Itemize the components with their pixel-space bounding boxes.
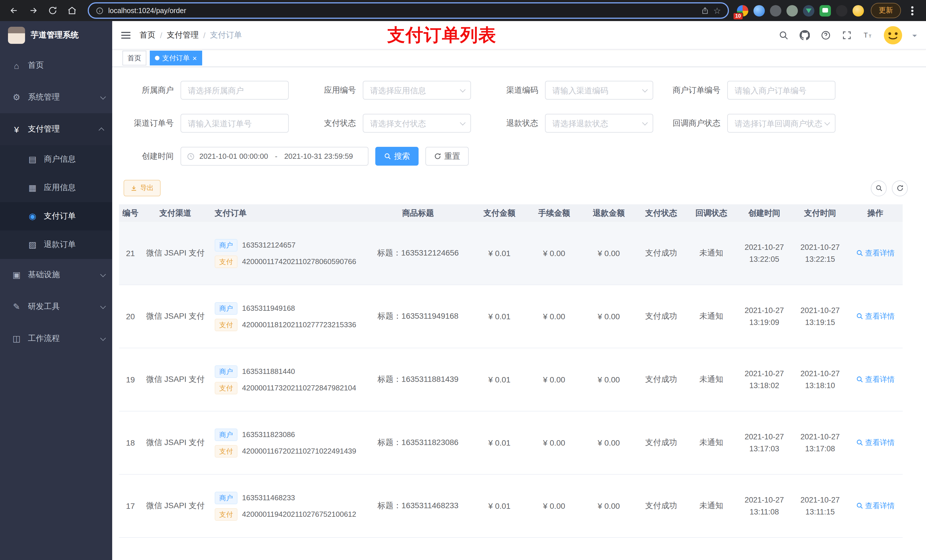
app-shell: 芋道管理系统 ⌂ 首页 ⚙ 系统管理 ¥ 支付管理 ▤ 商户信息 <box>0 21 926 560</box>
cell-pay-order: 商户1635311823086 支付4200001167202110271022… <box>209 424 364 461</box>
breadcrumb-home[interactable]: 首页 <box>139 30 156 40</box>
sidebar-item-workflow[interactable]: ◫ 工作流程 <box>0 323 112 355</box>
extension-icon-green-grey[interactable] <box>787 5 798 16</box>
sidebar-item-system[interactable]: ⚙ 系统管理 <box>0 82 112 113</box>
column-actions: 操作 <box>848 208 903 218</box>
cell-id: 20 <box>119 312 142 321</box>
sidebar-toggle-icon[interactable] <box>112 21 139 49</box>
tab-close-icon[interactable]: × <box>192 54 197 62</box>
merchant-order-no: 1635312124657 <box>242 241 295 249</box>
filter-row-3: 创建时间 2021-10-01 00:00:00 - 2021-10-31 23… <box>119 147 919 166</box>
filter-merchant-order-no: 商户订单编号 <box>670 81 835 100</box>
sidebar-item-app-info[interactable]: ▦ 应用信息 <box>0 174 112 202</box>
pay-order-no: 4200001194202110276752100612 <box>242 510 356 518</box>
tags-view: 首页 支付订单 × <box>112 50 926 67</box>
cell-pay-order: 商户1635311517036 <box>209 557 364 560</box>
pay-tag: 支付 <box>215 445 238 457</box>
cell-actions: 查看详情 <box>848 438 903 448</box>
extension-icon-chat[interactable] <box>820 5 831 16</box>
callback-status-select[interactable] <box>727 114 835 133</box>
refund-status-select[interactable] <box>545 114 653 133</box>
cell-id: 21 <box>119 249 142 258</box>
extensions-puzzle-icon[interactable] <box>836 5 847 16</box>
clock-icon <box>187 152 195 160</box>
filter-label: 渠道编码 <box>488 85 538 95</box>
channel-order-no-input[interactable] <box>180 114 289 133</box>
tab-label: 支付订单 <box>162 51 190 65</box>
app-no-select[interactable] <box>363 81 471 100</box>
tab-pay-order[interactable]: 支付订单 × <box>150 51 202 65</box>
create-time-range-picker[interactable]: 2021-10-01 00:00:00 - 2021-10-31 23:59:5… <box>180 147 368 166</box>
sidebar-item-dev-tools[interactable]: ✎ 研发工具 <box>0 291 112 323</box>
chrome-update-button[interactable]: 更新 <box>871 3 901 18</box>
breadcrumb-current: 支付订单 <box>210 30 242 40</box>
font-size-icon[interactable]: TT <box>862 29 874 41</box>
sidebar-item-label: 基础设施 <box>28 270 60 280</box>
cell-channel: 微信 JSAPI 支付 <box>142 248 209 258</box>
date-separator: - <box>275 152 277 160</box>
sidebar-item-refund-order[interactable]: ▨ 退款订单 <box>0 231 112 259</box>
merchant-order-no: 1635311949168 <box>242 304 295 312</box>
avatar-caret-icon[interactable] <box>912 35 917 39</box>
view-detail-link[interactable]: 查看详情 <box>856 438 895 448</box>
github-icon[interactable] <box>799 29 810 41</box>
view-detail-link[interactable]: 查看详情 <box>856 311 895 322</box>
view-detail-link[interactable]: 查看详情 <box>856 374 895 385</box>
help-icon[interactable] <box>820 29 831 41</box>
extension-icon-colorful[interactable]: 10 <box>737 5 748 16</box>
sidebar-item-merchant-info[interactable]: ▤ 商户信息 <box>0 145 112 174</box>
sidebar-item-pay-order[interactable]: ◉ 支付订单 <box>0 202 112 231</box>
filter-label: 回调商户状态 <box>670 118 720 128</box>
extensions-area: 10 <box>737 5 864 16</box>
browser-home-icon[interactable] <box>64 3 80 18</box>
tab-home[interactable]: 首页 <box>123 51 146 65</box>
grid-icon: ▦ <box>27 183 38 193</box>
breadcrumb-pay[interactable]: 支付管理 <box>167 30 199 40</box>
merchant-order-no: 1635311823086 <box>242 430 295 439</box>
owner-merchant-input[interactable] <box>180 81 289 100</box>
sidebar-item-home[interactable]: ⌂ 首页 <box>0 50 112 82</box>
sidebar-item-label: 商户信息 <box>44 154 76 165</box>
browser-back-icon[interactable] <box>6 3 22 18</box>
browser-reload-icon[interactable] <box>44 3 61 18</box>
column-fee: 手续金额 <box>527 208 581 218</box>
filter-label: 商户订单编号 <box>670 85 720 95</box>
bookmark-star-icon[interactable]: ☆ <box>713 6 721 15</box>
column-status: 支付状态 <box>636 208 686 218</box>
export-button[interactable]: 导出 <box>124 180 160 196</box>
site-info-icon[interactable] <box>96 6 104 15</box>
user-avatar[interactable] <box>883 25 903 45</box>
table-settings <box>871 180 908 196</box>
reset-button[interactable]: 重置 <box>425 147 469 166</box>
filter-label: 创建时间 <box>124 151 174 162</box>
view-detail-link[interactable]: 查看详情 <box>856 248 895 258</box>
address-bar[interactable]: localhost:1024/pay/order ☆ <box>88 2 729 19</box>
cell-id: 17 <box>119 501 142 510</box>
view-detail-link[interactable]: 查看详情 <box>856 501 895 511</box>
search-button[interactable]: 搜索 <box>375 147 419 166</box>
browser-profile-avatar[interactable] <box>853 5 864 16</box>
sidebar-item-pay[interactable]: ¥ 支付管理 <box>0 113 112 145</box>
channel-code-select[interactable] <box>545 81 653 100</box>
pay-tag: 支付 <box>215 255 238 268</box>
browser-forward-icon[interactable] <box>25 3 41 18</box>
sidebar-item-label: 支付管理 <box>28 124 60 134</box>
refresh-table-icon[interactable] <box>892 180 908 196</box>
sidebar-item-infra[interactable]: ▣ 基础设施 <box>0 259 112 291</box>
extension-icon-grey[interactable] <box>770 5 781 16</box>
cell-amount: ¥ 0.01 <box>472 249 527 258</box>
pay-status-select[interactable] <box>363 114 471 133</box>
sidebar-item-label: 支付订单 <box>44 211 76 221</box>
cell-status: 支付成功 <box>636 374 686 385</box>
share-icon[interactable] <box>701 6 709 15</box>
fullscreen-icon[interactable] <box>841 29 853 41</box>
browser-menu-icon[interactable] <box>904 3 920 18</box>
workflow-icon: ◫ <box>11 334 22 344</box>
merchant-order-no-input[interactable] <box>727 81 835 100</box>
extension-icon-blue[interactable] <box>754 5 765 16</box>
search-icon[interactable] <box>778 29 789 41</box>
cell-fee: ¥ 0.00 <box>527 501 581 510</box>
vue-devtools-icon[interactable] <box>803 5 814 16</box>
toggle-search-icon[interactable] <box>871 180 887 196</box>
cell-fee: ¥ 0.00 <box>527 438 581 447</box>
